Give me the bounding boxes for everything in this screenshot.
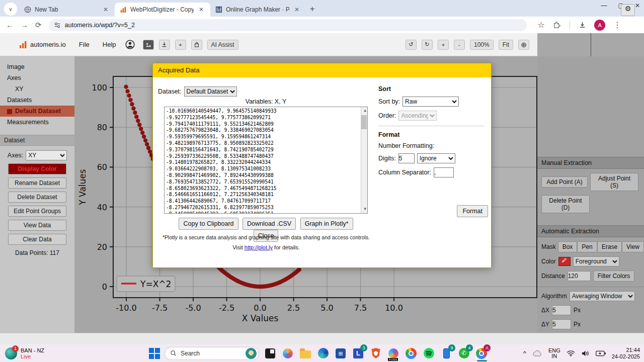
delete-dataset-button[interactable]: Delete Dataset	[8, 192, 66, 203]
zoom-in-button[interactable]: +	[438, 40, 449, 50]
file-explorer-icon[interactable]	[299, 347, 312, 360]
dy-input[interactable]	[552, 319, 571, 329]
new-tab-button[interactable]: +	[310, 5, 314, 14]
tab-new-tab[interactable]: New Tab ✕	[19, 3, 115, 17]
chrome-profile-icon[interactable]: A	[475, 347, 488, 360]
window-minimize-button[interactable]: —	[601, 2, 607, 9]
profile-avatar[interactable]: A	[594, 20, 605, 31]
volume-icon[interactable]	[581, 350, 590, 357]
weather-widget[interactable]: 1 BAN - NZ Live	[5, 347, 44, 359]
recall-icon[interactable]	[264, 347, 277, 360]
ai-assist-button[interactable]: AI Assist	[207, 40, 238, 50]
rotate-right-icon[interactable]: ↻	[422, 40, 433, 50]
copy-to-clipboard-button[interactable]: Copy to Clipboard	[179, 218, 238, 230]
microsoft-store-icon[interactable]: ⊞	[334, 347, 347, 360]
add-point-button[interactable]: Add Point (A)	[541, 176, 588, 188]
axes-select[interactable]: XY	[26, 150, 67, 160]
copilot-icon[interactable]	[281, 347, 294, 360]
spotify-icon[interactable]	[422, 347, 435, 360]
chrome-icon[interactable]	[405, 347, 418, 360]
site-settings-icon[interactable]	[54, 22, 61, 29]
settings-gear-icon[interactable]: ⚙	[621, 4, 635, 16]
sidebar-item-xy[interactable]: XY	[0, 83, 74, 95]
linkedin-icon[interactable]: L3	[352, 347, 365, 360]
mask-box-button[interactable]: Box	[558, 241, 578, 252]
reload-button[interactable]: ⟳	[35, 21, 42, 30]
export-icon[interactable]	[159, 40, 170, 50]
format-button[interactable]: Format	[457, 205, 488, 217]
language-indicator[interactable]: ENG IN	[548, 348, 560, 359]
mask-view-button[interactable]: View	[622, 241, 644, 252]
wifi-icon[interactable]	[567, 350, 575, 356]
url-input[interactable]: automeris.io/wpd/?v=5_2	[49, 19, 527, 31]
graph-in-plotly-button[interactable]: Graph in Plotly*	[300, 218, 353, 230]
dataset-select[interactable]: Default Dataset	[184, 86, 237, 97]
color-mode-select[interactable]: Foreground	[573, 256, 619, 266]
filter-colors-button[interactable]: Filter Colors	[593, 270, 635, 282]
clear-data-button[interactable]: Clear Data	[8, 234, 66, 245]
taskbar-search[interactable]: Search	[165, 347, 259, 360]
tab-webplotdigitizer[interactable]: WebPlotDigitizer - Copyright 20 ✕	[115, 3, 210, 17]
add-icon[interactable]: +	[175, 40, 186, 50]
forward-button[interactable]: →	[21, 21, 28, 29]
sidebar-item-datasets[interactable]: Datasets	[0, 95, 74, 106]
sort-by-select[interactable]: Raw	[403, 97, 459, 107]
acquired-data-textarea[interactable]: -10.016960140549447, 9.964575140849933 -…	[164, 107, 368, 214]
automeris-logo[interactable]: automeris.io	[19, 41, 66, 49]
tab-plotly[interactable]: Online Graph Maker · Plotly Cha ✕	[210, 3, 306, 17]
copilot-foss-icon[interactable]: FOSS	[387, 347, 400, 360]
scrollbar[interactable]: ▲▼	[361, 107, 367, 213]
edge-icon[interactable]	[316, 347, 330, 360]
adjust-point-button[interactable]: Adjust Point (S)	[590, 173, 638, 191]
digits-input[interactable]	[398, 153, 415, 163]
view-data-button[interactable]: View Data	[8, 220, 66, 231]
onedrive-cloud-icon[interactable]	[532, 350, 542, 357]
rotate-left-icon[interactable]: ↺	[406, 40, 417, 50]
sidebar-item-default-dataset[interactable]: Default Dataset	[0, 106, 74, 117]
pan-crosshair-icon[interactable]: ⊕	[518, 40, 529, 50]
separator-input[interactable]	[434, 167, 454, 177]
dx-input[interactable]	[552, 305, 571, 315]
color-picker-button[interactable]: 🖉	[558, 257, 571, 266]
bookmark-star-icon[interactable]: ☆	[538, 20, 545, 30]
edit-point-groups-button[interactable]: Edit Point Groups	[8, 206, 66, 217]
delete-point-button[interactable]: Delete Point (D)	[541, 195, 590, 213]
plotly-link[interactable]: http://plot.ly	[245, 244, 273, 250]
window-close-button[interactable]: ✕	[635, 2, 640, 9]
digits-mode-select[interactable]: Ignore	[417, 153, 455, 163]
download-csv-button[interactable]: Download .CSV	[243, 218, 296, 230]
px-unit: Px	[574, 307, 581, 314]
lock-icon[interactable]	[191, 40, 202, 50]
algorithm-select[interactable]: Averaging Window	[570, 291, 635, 301]
extensions-icon[interactable]	[553, 21, 560, 29]
sidebar-item-image[interactable]: Image	[0, 61, 74, 72]
tray-chevron-icon[interactable]: ^	[523, 349, 526, 357]
account-icon[interactable]	[125, 40, 135, 49]
fit-button[interactable]: Fit	[499, 40, 513, 50]
clock[interactable]: 21:44 24-02-2025	[612, 347, 640, 360]
downloads-icon[interactable]	[579, 21, 586, 29]
tab-search-chevron-icon[interactable]: v	[4, 3, 17, 16]
load-image-icon[interactable]	[143, 40, 154, 50]
distance-input[interactable]	[568, 271, 591, 281]
tab-close-icon[interactable]: ✕	[293, 6, 301, 13]
mask-erase-button[interactable]: Erase	[597, 241, 622, 252]
menu-help[interactable]: Help	[103, 41, 116, 48]
rename-dataset-button[interactable]: Rename Dataset	[8, 177, 66, 189]
back-button[interactable]: ←	[6, 21, 14, 29]
sidebar-item-measurements[interactable]: Measurements	[0, 117, 74, 128]
start-button[interactable]	[149, 348, 160, 359]
tab-close-icon[interactable]: ✕	[197, 6, 205, 13]
brave-icon[interactable]	[369, 347, 382, 360]
battery-icon[interactable]	[596, 350, 606, 356]
menu-file[interactable]: File	[79, 41, 90, 48]
mask-pen-button[interactable]: Pen	[577, 241, 597, 252]
whatsapp-icon[interactable]: ✆4	[457, 347, 470, 360]
sidebar-item-axes[interactable]: Axes	[0, 72, 74, 83]
zoom-out-button[interactable]: -	[454, 40, 465, 50]
display-color-button[interactable]: Display Color	[8, 163, 66, 174]
browser-menu-icon[interactable]: ⋮	[613, 20, 621, 30]
tab-close-icon[interactable]: ✕	[102, 6, 110, 13]
phone-link-icon[interactable]: 9	[440, 347, 453, 360]
zoom-level[interactable]: 100%	[470, 40, 494, 50]
